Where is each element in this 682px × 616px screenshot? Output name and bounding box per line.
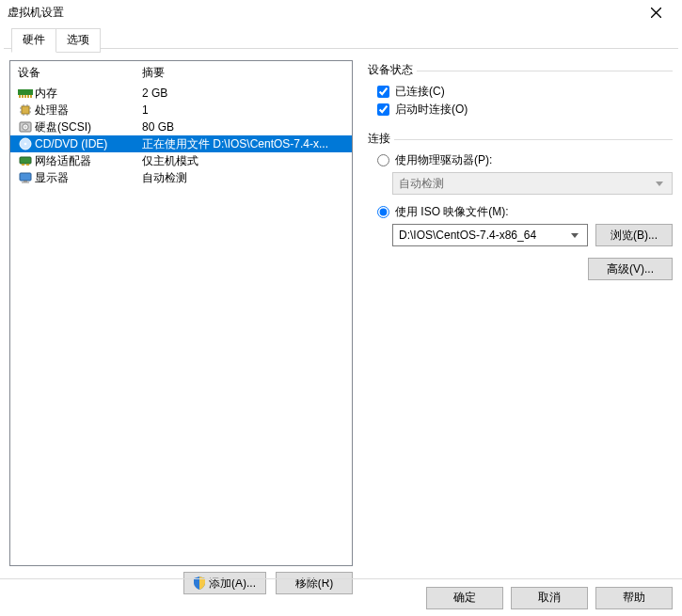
device-summary: 1 [142,103,352,117]
select-value: 自动检测 [399,176,444,192]
browse-button[interactable]: 浏览(B)... [595,224,673,246]
iso-path-select[interactable]: D:\IOS\CentOS-7.4-x86_64 [392,224,588,246]
device-summary: 2 GB [142,87,352,100]
header-summary: 摘要 [142,65,352,81]
svg-rect-4 [22,95,24,98]
checkbox-connected[interactable]: 已连接(C) [377,84,673,100]
list-item[interactable]: 网络适配器 仅主机模式 [10,152,352,169]
radio-label: 使用物理驱动器(P): [395,152,492,168]
checkbox-input[interactable] [377,103,389,116]
display-icon [16,171,35,184]
tab-options[interactable]: 选项 [56,28,101,53]
list-item[interactable]: 内存 2 GB [10,85,352,102]
group-title: 连接 [368,132,394,145]
cd-icon [16,137,35,150]
device-name: CD/DVD (IDE) [35,137,142,150]
svg-rect-2 [18,89,33,95]
device-name: 显示器 [35,170,142,186]
checkbox-connect-at-poweron[interactable]: 启动时连接(O) [377,102,673,118]
physical-drive-select: 自动检测 [392,172,673,195]
list-item[interactable]: 处理器 1 [10,102,352,118]
header-device: 设备 [10,65,142,81]
cancel-button[interactable]: 取消 [511,587,588,609]
window-title: 虚拟机设置 [8,5,637,21]
svg-rect-27 [22,182,29,183]
dialog-footer: 确定 取消 帮助 [0,578,682,616]
help-button[interactable]: 帮助 [595,587,673,609]
checkbox-input[interactable] [377,86,389,98]
device-summary: 正在使用文件 D:\IOS\CentOS-7.4-x... [142,136,352,152]
close-button[interactable] [637,1,674,25]
list-header: 设备 摘要 [10,61,352,85]
device-name: 硬盘(SCSI) [35,119,142,135]
svg-rect-8 [22,106,29,114]
device-summary: 自动检测 [142,170,352,186]
list-item[interactable]: CD/DVD (IDE) 正在使用文件 D:\IOS\CentOS-7.4-x.… [10,135,352,152]
group-device-state: 设备状态 已连接(C) 启动时连接(O) [368,62,673,118]
device-name: 内存 [35,86,142,102]
device-name: 网络适配器 [35,153,142,169]
list-item[interactable]: 显示器 自动检测 [10,169,352,186]
network-icon [16,154,35,167]
svg-point-19 [24,126,25,127]
list-item[interactable]: 硬盘(SCSI) 80 GB [10,118,352,135]
svg-rect-23 [22,164,24,166]
svg-point-21 [24,143,27,146]
close-icon [651,8,661,18]
tab-strip: 硬件 选项 [0,28,682,53]
svg-rect-6 [27,95,29,98]
cpu-icon [16,103,35,117]
tab-hardware[interactable]: 硬件 [11,28,56,53]
advanced-button[interactable]: 高级(V)... [588,258,673,280]
svg-rect-26 [24,181,27,182]
checkbox-label: 已连接(C) [395,84,445,100]
group-title: 设备状态 [368,63,417,76]
device-summary: 80 GB [142,120,352,134]
chevron-down-icon [651,173,668,194]
device-summary: 仅主机模式 [142,153,352,169]
hardware-list[interactable]: 设备 摘要 内存 2 GB [9,60,353,566]
checkbox-label: 启动时连接(O) [395,102,468,118]
chevron-down-icon[interactable] [566,225,583,245]
select-value: D:\IOS\CentOS-7.4-x86_64 [399,229,536,242]
svg-rect-22 [20,157,31,164]
svg-rect-3 [19,95,21,98]
ok-button[interactable]: 确定 [426,587,503,609]
group-connection: 连接 使用物理驱动器(P): 自动检测 使用 ISO 映像文件(M): [368,131,673,280]
radio-iso-file[interactable]: 使用 ISO 映像文件(M): [377,204,673,220]
svg-rect-24 [26,164,29,166]
radio-input[interactable] [377,206,389,218]
disk-icon [16,120,35,134]
svg-rect-5 [24,95,26,98]
radio-label: 使用 ISO 映像文件(M): [395,204,509,220]
title-bar: 虚拟机设置 [0,0,682,26]
svg-rect-25 [20,173,31,181]
memory-icon [16,87,35,99]
svg-rect-7 [30,95,32,98]
radio-physical-drive[interactable]: 使用物理驱动器(P): [377,152,673,168]
device-name: 处理器 [35,103,142,118]
radio-input[interactable] [377,154,389,166]
